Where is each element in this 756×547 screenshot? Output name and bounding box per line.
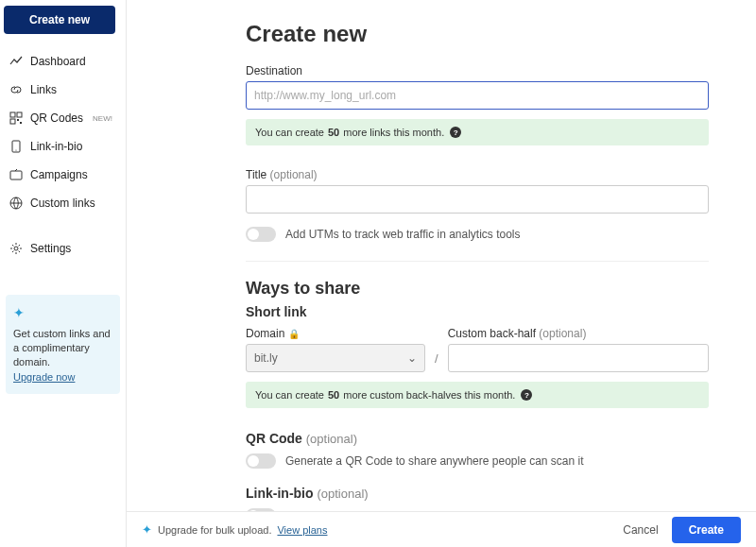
cancel-button[interactable]: Cancel: [610, 517, 671, 543]
destination-input[interactable]: [246, 81, 709, 110]
bio-icon: [9, 140, 23, 153]
create-button[interactable]: Create: [672, 517, 741, 543]
dashboard-icon: [9, 55, 23, 68]
short-link-heading: Short link: [246, 304, 709, 319]
destination-label: Destination: [246, 64, 709, 77]
nav-settings[interactable]: Settings: [0, 234, 126, 263]
new-badge: NEW!: [93, 114, 112, 123]
nav-label: Link-in-bio: [30, 140, 82, 153]
qr-toggle[interactable]: [246, 453, 276, 469]
links-remaining-banner: You can create 50 more links this month.…: [246, 119, 709, 145]
sparkle-icon: ✦: [142, 522, 152, 537]
nav-custom-links[interactable]: Custom links: [0, 189, 126, 217]
title-label: Title (optional): [246, 168, 709, 181]
gear-icon: [9, 242, 23, 255]
promo-card: ✦ Get custom links and a complimentary d…: [6, 295, 120, 394]
qr-heading: QR Code (optional): [246, 431, 709, 446]
nav-dashboard[interactable]: Dashboard: [0, 47, 126, 76]
lock-icon: 🔒: [288, 329, 300, 339]
footer-upgrade-text: Upgrade for bulk upload.: [158, 524, 271, 536]
svg-rect-1: [17, 112, 22, 117]
nav-campaigns[interactable]: Campaigns: [0, 161, 126, 189]
create-new-button[interactable]: Create new: [4, 6, 115, 34]
help-icon[interactable]: ?: [450, 127, 461, 138]
help-icon[interactable]: ?: [521, 389, 532, 401]
backhalf-remaining-banner: You can create 50 more custom back-halve…: [246, 382, 709, 408]
nav-label: QR Codes: [30, 111, 83, 125]
nav-label: Campaigns: [30, 168, 88, 181]
nav-label: Settings: [30, 242, 71, 255]
qr-toggle-label: Generate a QR Code to share anywhere peo…: [285, 454, 584, 468]
globe-icon: [9, 197, 23, 210]
view-plans-link[interactable]: View plans: [277, 524, 327, 536]
divider: [246, 261, 709, 262]
sidebar: Create new Dashboard Links QR Codes NEW!…: [0, 0, 127, 547]
svg-rect-3: [17, 119, 19, 121]
title-input[interactable]: [246, 185, 709, 214]
lib-heading: Link-in-bio (optional): [246, 486, 709, 501]
nav-label: Custom links: [30, 197, 95, 210]
page-title: Create new: [246, 21, 709, 47]
svg-rect-0: [10, 112, 15, 117]
domain-select[interactable]: bit.ly ⌄: [246, 344, 425, 372]
ways-to-share-heading: Ways to share: [246, 279, 709, 299]
promo-text: Get custom links and a complimentary dom…: [13, 328, 111, 368]
nav-qr-codes[interactable]: QR Codes NEW!: [0, 104, 126, 132]
main-content: Create new Destination You can create 50…: [127, 0, 756, 511]
upgrade-now-link[interactable]: Upgrade now: [13, 371, 75, 383]
svg-rect-7: [10, 171, 22, 179]
chevron-down-icon: ⌄: [407, 351, 417, 365]
utm-toggle[interactable]: [246, 227, 276, 242]
domain-label: Domain🔒: [246, 327, 425, 340]
nav-link-in-bio[interactable]: Link-in-bio: [0, 132, 126, 161]
qr-icon: [9, 111, 23, 125]
svg-point-9: [14, 247, 18, 250]
slash-separator: /: [435, 351, 438, 372]
nav-label: Dashboard: [30, 55, 86, 68]
svg-point-6: [15, 149, 16, 150]
svg-rect-2: [10, 119, 15, 124]
utm-label: Add UTMs to track web traffic in analyti…: [285, 228, 521, 241]
svg-rect-4: [20, 122, 22, 124]
backhalf-input[interactable]: [448, 344, 709, 372]
nav-links[interactable]: Links: [0, 76, 126, 104]
backhalf-label: Custom back-half (optional): [448, 327, 709, 340]
campaign-icon: [9, 168, 23, 181]
link-icon: [9, 83, 23, 96]
sparkle-icon: ✦: [13, 304, 112, 323]
nav-label: Links: [30, 83, 57, 96]
footer-bar: ✦ Upgrade for bulk upload. View plans Ca…: [127, 511, 756, 547]
